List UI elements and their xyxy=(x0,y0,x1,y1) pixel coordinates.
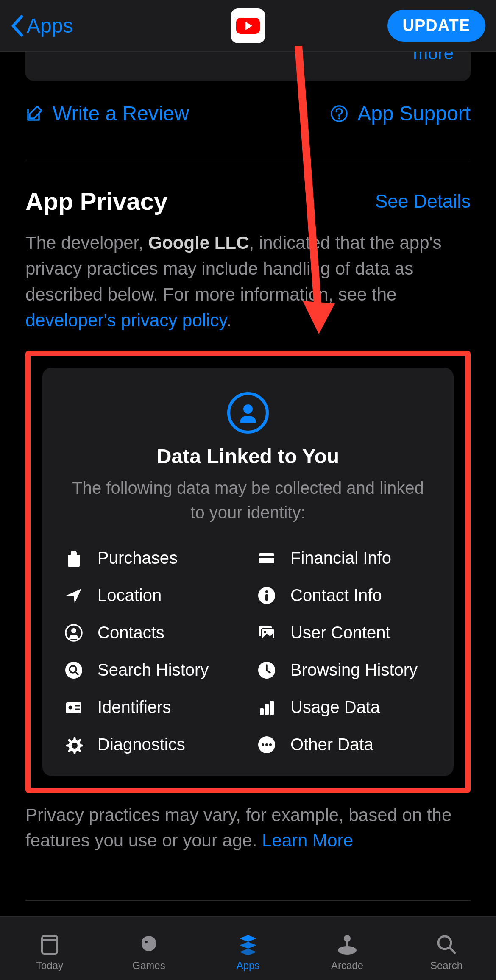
search-icon xyxy=(434,933,459,956)
divider xyxy=(25,900,471,901)
tab-search[interactable]: Search xyxy=(397,933,496,972)
person-circle-icon xyxy=(227,392,269,434)
photos-icon xyxy=(256,623,277,643)
data-item-diagnostics: Diagnostics xyxy=(64,735,240,755)
clock-icon xyxy=(256,660,277,680)
app-support-label: App Support xyxy=(357,102,471,125)
data-grid: Purchases Financial Info Location Contac… xyxy=(64,548,432,755)
write-review-button[interactable]: Write a Review xyxy=(25,102,189,125)
data-item-search-history: Search History xyxy=(64,660,240,680)
data-item-financial: Financial Info xyxy=(256,548,432,568)
app-support-button[interactable]: App Support xyxy=(330,102,471,125)
tab-bar: Today Games Apps Arcade Search xyxy=(0,916,496,980)
svg-point-33 xyxy=(145,941,148,943)
svg-rect-22 xyxy=(265,704,269,715)
credit-card-icon xyxy=(256,548,277,568)
see-details-link[interactable]: See Details xyxy=(375,191,471,212)
svg-point-26 xyxy=(262,743,264,746)
data-item-user-content: User Content xyxy=(256,623,432,643)
bag-icon xyxy=(64,548,84,568)
svg-rect-31 xyxy=(42,936,57,954)
review-card-more[interactable]: more xyxy=(25,52,471,81)
arcade-icon xyxy=(334,933,360,956)
action-row: Write a Review App Support xyxy=(25,102,471,161)
svg-point-13 xyxy=(65,662,82,679)
help-circle-icon xyxy=(330,105,348,122)
data-item-other-data: Other Data xyxy=(256,735,432,755)
svg-point-36 xyxy=(344,935,351,942)
card-subtitle: The following data may be collected and … xyxy=(64,476,432,525)
write-review-label: Write a Review xyxy=(53,102,189,125)
svg-point-6 xyxy=(265,590,268,593)
info-icon xyxy=(256,585,277,606)
chart-icon xyxy=(256,697,277,718)
svg-line-38 xyxy=(449,947,455,953)
svg-point-2 xyxy=(243,404,253,414)
gear-icon xyxy=(64,735,84,755)
tab-games[interactable]: Games xyxy=(99,933,198,972)
privacy-policy-link[interactable]: developer's privacy policy xyxy=(25,310,226,330)
nav-bar: Apps UPDATE xyxy=(0,0,496,52)
data-item-identifiers: Identifiers xyxy=(64,697,240,718)
tab-arcade[interactable]: Arcade xyxy=(298,933,397,972)
apps-icon xyxy=(235,933,261,956)
back-button[interactable]: Apps xyxy=(11,14,73,37)
svg-rect-23 xyxy=(270,701,274,715)
data-item-purchases: Purchases xyxy=(64,548,240,568)
svg-point-9 xyxy=(71,628,76,633)
compose-icon xyxy=(25,105,43,122)
location-icon xyxy=(64,585,84,606)
chevron-left-icon xyxy=(11,15,23,37)
data-item-browsing-history: Browsing History xyxy=(256,660,432,680)
privacy-section-header: App Privacy See Details xyxy=(25,187,471,215)
ellipsis-icon xyxy=(256,735,277,755)
svg-rect-4 xyxy=(259,556,274,558)
privacy-heading: App Privacy xyxy=(25,187,167,215)
tab-apps[interactable]: Apps xyxy=(198,933,298,972)
privacy-intro: The developer, Google LLC, indicated tha… xyxy=(25,230,471,334)
svg-point-27 xyxy=(265,743,268,746)
developer-name: Google LLC xyxy=(148,233,249,253)
learn-more-link[interactable]: Learn More xyxy=(262,830,353,850)
svg-point-24 xyxy=(72,743,78,749)
data-item-location: Location xyxy=(64,585,240,606)
tab-today[interactable]: Today xyxy=(0,933,99,972)
svg-rect-7 xyxy=(265,594,268,601)
content: more Write a Review App Support App Priv… xyxy=(0,52,496,901)
svg-rect-21 xyxy=(260,708,264,715)
privacy-card: Data Linked to You The following data ma… xyxy=(42,368,454,776)
svg-rect-17 xyxy=(66,702,81,713)
svg-point-28 xyxy=(269,743,272,746)
svg-point-1 xyxy=(338,117,340,119)
play-icon xyxy=(245,22,252,30)
id-card-icon xyxy=(64,697,84,718)
card-title: Data Linked to You xyxy=(64,445,432,468)
svg-point-12 xyxy=(264,631,266,633)
highlight-annotation: Data Linked to You The following data ma… xyxy=(25,351,471,793)
games-icon xyxy=(136,933,162,956)
app-icon[interactable] xyxy=(231,8,265,43)
data-item-contact-info: Contact Info xyxy=(256,585,432,606)
youtube-icon xyxy=(236,18,260,34)
update-button[interactable]: UPDATE xyxy=(387,10,485,42)
privacy-footer: Privacy practices may vary, for example,… xyxy=(25,802,471,854)
data-item-contacts: Contacts xyxy=(64,623,240,643)
person-icon xyxy=(64,623,84,643)
svg-point-18 xyxy=(69,705,72,709)
data-item-usage-data: Usage Data xyxy=(256,697,432,718)
back-label: Apps xyxy=(27,14,73,37)
search-history-icon xyxy=(64,660,84,680)
today-icon xyxy=(37,933,62,956)
